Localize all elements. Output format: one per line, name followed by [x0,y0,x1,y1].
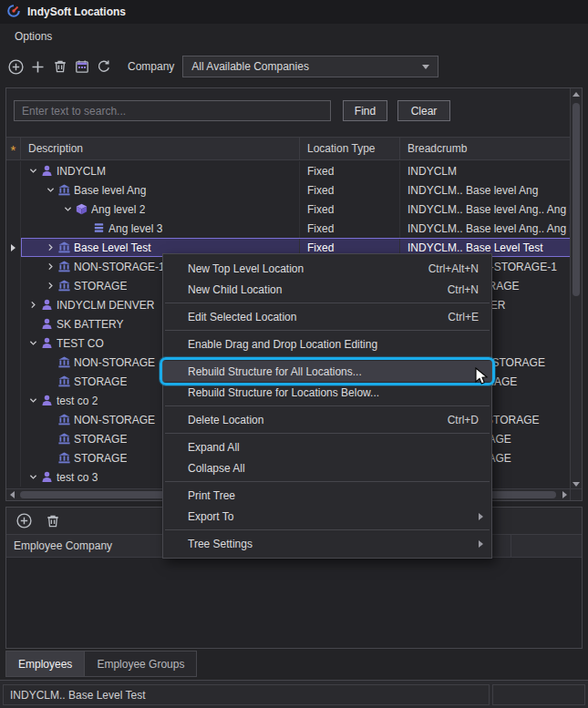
menu-item[interactable]: Print Tree [163,485,491,506]
expander-expanded-icon[interactable] [26,339,40,347]
tree-row[interactable]: Ang level 3FixedINDYCLM.. Base level Ang… [6,219,571,238]
row-indicator-cell [6,353,21,372]
company-label: Company [128,60,174,73]
scroll-left-button[interactable] [6,489,18,500]
menu-separator [165,481,490,482]
menu-item-label: Edit Selected Location [188,311,296,323]
tree-header: * Description Location Type Breadcrumb [6,137,571,160]
company-dropdown-value: All Available Companies [191,60,309,73]
menu-item-label: New Top Level Location [188,262,304,275]
calendar-button[interactable] [71,56,92,77]
menu-separator [165,330,490,331]
menu-item-shortcut: Ctrl+Alt+N [428,262,479,275]
location-name: STORAGE [74,280,127,292]
menu-item[interactable]: Rebuild Structure for Locations Below... [163,382,491,403]
location-name: INDYCLM DENVER [57,299,154,312]
menu-separator [165,405,490,406]
menu-item[interactable]: Tree Settings [163,533,491,554]
menu-item[interactable]: Enable Drag and Drop Location Editing [163,333,491,354]
tab-employee-groups[interactable]: Employee Groups [85,651,197,677]
column-divider [511,535,511,557]
breadcrumb-cell: INDYCLM.. Base level Ang.. Ang level 2..… [400,219,571,238]
menu-item[interactable]: Edit Selected LocationCtrl+E [163,306,491,327]
row-indicator-cell [6,314,21,333]
menu-item[interactable]: Collapse All [163,457,491,478]
menu-item[interactable]: New Top Level LocationCtrl+Alt+N [163,258,491,279]
column-header-description[interactable]: Description [21,138,300,159]
add-location-button[interactable] [5,56,26,77]
scrollbar-corner [570,488,582,500]
menu-options[interactable]: Options [9,27,57,46]
find-button[interactable]: Find [343,100,387,121]
tree-row[interactable]: Ang level 2FixedINDYCLM.. Base level Ang… [6,200,571,219]
building-icon [57,355,74,369]
employees-grid-body [6,558,582,648]
vertical-scrollbar[interactable] [570,88,582,490]
menu-item[interactable]: New Child LocationCtrl+N [163,279,491,300]
tree-row[interactable]: INDYCLMFixedINDYCLM [6,161,571,180]
submenu-arrow-icon [479,538,483,550]
delete-location-button[interactable] [49,56,70,77]
breadcrumb-cell: INDYCLM.. Base level Ang [400,180,571,200]
company-icon [40,317,57,331]
menu-item[interactable]: Rebuild Structure for All Locations... [163,361,491,382]
company-icon [40,298,57,312]
expander-expanded-icon[interactable] [26,167,40,175]
row-indicator-cell [6,257,21,276]
building-icon [57,432,74,446]
expander-expanded-icon[interactable] [26,396,40,405]
menu-item-shortcut: Ctrl+N [448,283,479,296]
breadcrumb-cell: INDYCLM [400,161,571,180]
expander-collapsed-icon[interactable] [44,282,57,290]
row-indicator-cell [6,219,21,238]
building-icon [57,241,74,254]
menu-item-shortcut: Ctrl+E [448,311,479,323]
titlebar: IndySoft Locations [0,0,588,24]
row-indicator-cell [6,467,21,487]
expander-expanded-icon[interactable] [26,473,40,481]
tree-row[interactable]: Base level AngFixedINDYCLM.. Base level … [6,180,571,200]
menu-item[interactable]: Delete LocationCtrl+D [163,409,491,430]
menu-item-shortcut: Ctrl+D [448,414,479,426]
company-dropdown[interactable]: All Available Companies [182,56,438,77]
location-name: TEST CO [57,337,104,350]
expander-collapsed-icon[interactable] [26,301,40,309]
refresh-button[interactable] [93,56,114,77]
search-input[interactable] [14,100,331,121]
scroll-up-button[interactable] [571,88,582,100]
expander-expanded-icon[interactable] [44,186,57,194]
status-right-panel [492,684,585,705]
menu-item[interactable]: Export To [163,506,491,527]
row-indicator-cell [6,161,21,180]
tab-employees[interactable]: Employees [5,651,85,677]
row-indicator-cell [6,200,21,219]
menu-item[interactable]: Expand All [163,436,491,457]
row-indicator-cell [6,238,21,257]
employee-company-column-header[interactable]: Employee Company [14,539,112,552]
expander-expanded-icon[interactable] [61,205,75,213]
expander-collapsed-icon[interactable] [44,243,57,251]
submenu-arrow-icon [479,510,483,523]
building-icon [57,375,74,388]
location-type-cell: Fixed [300,161,400,180]
menu-separator [165,303,490,303]
column-header-location-type[interactable]: Location Type [300,138,400,159]
row-indicator-cell [6,276,21,295]
add-child-location-button[interactable] [27,56,48,77]
description-cell: Base level Ang [21,180,300,200]
location-name: Base level Ang [74,184,146,197]
new-row-asterisk-icon: * [11,146,16,155]
column-header-breadcrumb[interactable]: Breadcrumb [400,138,571,159]
menu-separator [165,357,490,358]
vertical-scroll-thumb[interactable] [573,103,580,296]
building-icon [57,413,74,426]
building-icon [57,183,74,197]
clear-button[interactable]: Clear [397,100,450,121]
location-name: NON-STORAGE [74,356,155,369]
expander-collapsed-icon[interactable] [44,262,57,271]
location-name: test co 2 [57,395,98,407]
remove-employee-button[interactable] [42,510,63,531]
company-icon [40,394,57,407]
location-name: INDYCLM [57,165,106,178]
add-employee-button[interactable] [14,510,35,531]
